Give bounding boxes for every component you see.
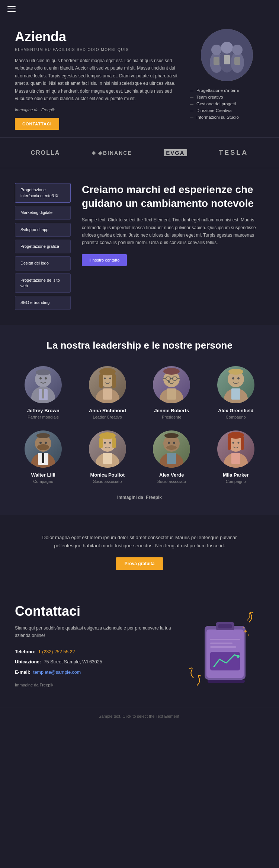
- avatar-alex-v: [153, 430, 190, 468]
- member-role-jennie: Presidente: [162, 415, 182, 419]
- hero-list-item: Gestione dei progetti: [190, 100, 264, 107]
- svg-rect-72: [231, 453, 240, 464]
- service-btn-web[interactable]: Progettazione del sito web: [15, 273, 71, 293]
- hero-list-item: Direzione Creativa: [190, 107, 264, 114]
- member-role-monica: Socio associato: [93, 479, 122, 484]
- leadership-image-credit: Immagini da Freepik: [15, 495, 264, 500]
- member-name-alex-v: Alex Verde: [159, 472, 184, 478]
- svg-rect-82: [208, 680, 245, 683]
- member-role-alex-v: Socio associato: [157, 479, 186, 484]
- svg-rect-77: [210, 639, 240, 640]
- hero-title: Azienda: [15, 29, 179, 45]
- svg-rect-80: [210, 652, 240, 670]
- clipboard-svg: [186, 611, 260, 693]
- email-value: template@sample.com: [33, 670, 81, 675]
- svg-point-71: [237, 442, 239, 443]
- svg-rect-20: [99, 374, 103, 388]
- member-name-alex-g: Alex Greenfield: [218, 408, 253, 413]
- svg-rect-9: [234, 57, 240, 65]
- team-member-alex-g: Alex Greenfield Compagno: [208, 366, 264, 419]
- brand-tesla: TESLA: [219, 149, 248, 157]
- hero-team-image: [201, 29, 253, 81]
- brand-crolla: CROLLA: [31, 150, 60, 156]
- hero-image-credit: Immagine da Freepik: [15, 108, 179, 112]
- phone-label: Telefono:: [15, 649, 35, 654]
- svg-point-39: [232, 377, 234, 379]
- svg-point-84: [243, 627, 244, 628]
- brand-binance: ◈◈BINANCE: [92, 150, 132, 156]
- leadership-title: La nostra leadership e le nostre persone: [15, 340, 264, 351]
- member-name-mila: Mila Parker: [223, 472, 248, 478]
- services-contact-button[interactable]: Il nostro contatto: [82, 254, 127, 266]
- contact-illustration: [182, 603, 264, 693]
- member-role-walter: Compagno: [33, 479, 53, 484]
- svg-rect-69: [241, 437, 244, 450]
- contact-image-credit: Immagine da Freepik: [15, 683, 171, 687]
- hero-section: Azienda ELEMENTUM EU FACILISIS SED ODIO …: [0, 18, 279, 137]
- footer: Sample text. Click to select the Text El…: [0, 708, 279, 724]
- contact-title: Contattaci: [15, 603, 171, 619]
- hero-feature-list: Progettazione d'interni Team creativo Ge…: [190, 87, 264, 121]
- team-member-mila: Mila Parker Compagno: [208, 430, 264, 484]
- services-section: Progettazione interfaccia utente/UX Mark…: [0, 168, 279, 325]
- svg-point-62: [168, 442, 170, 444]
- service-btn-grafica[interactable]: Progettazione grafica: [15, 240, 71, 253]
- svg-point-63: [173, 442, 175, 444]
- address-label: Ubicazione:: [15, 659, 41, 664]
- svg-point-12: [39, 377, 42, 379]
- svg-point-40: [237, 377, 240, 379]
- team-member-monica: Monica Pouliot Socio associato: [79, 430, 136, 484]
- service-btn-marketing[interactable]: Marketing digitale: [15, 206, 71, 220]
- leadership-section: La nostra leadership e le nostre persone: [0, 325, 279, 515]
- member-name-walter: Walter Lilli: [31, 472, 55, 478]
- svg-point-56: [109, 442, 111, 443]
- contact-phone-row: Telefono: 1 (232) 252 55 22: [15, 647, 171, 657]
- hero-list-item: Progettazione d'interni: [190, 87, 264, 94]
- svg-point-81: [237, 655, 240, 658]
- team-grid-row1: Jeffrey Brown Partner mondiale: [15, 366, 264, 419]
- contact-email-row: E-mail: template@sample.com: [15, 667, 171, 678]
- svg-rect-8: [224, 55, 230, 64]
- team-member-anna: Anna Richmond Leader Creativo: [79, 366, 136, 419]
- cta-text: Dolor magna eget est lorem ipsum dolor s…: [37, 534, 242, 550]
- service-btn-logo[interactable]: Design del logo: [15, 256, 71, 270]
- svg-rect-21: [112, 374, 116, 388]
- svg-point-61: [164, 433, 179, 438]
- service-btn-seo[interactable]: SEO e branding: [15, 296, 71, 310]
- svg-rect-53: [99, 437, 103, 448]
- contact-details: Telefono: 1 (232) 252 55 22 Ubicazione: …: [15, 647, 171, 678]
- svg-point-4: [221, 42, 233, 54]
- svg-point-60: [166, 445, 177, 450]
- cta-button[interactable]: Prova gratuita: [116, 557, 164, 570]
- service-btn-app[interactable]: Sviluppo di app: [15, 223, 71, 237]
- avatar-monica: [89, 430, 126, 468]
- team-grid-row2: Walter Lilli Compagno Monica Po: [15, 430, 264, 484]
- svg-rect-7: [214, 57, 219, 65]
- member-name-jeffrey: Jeffrey Brown: [27, 408, 60, 413]
- phone-value: 1 (232) 252 55 22: [38, 649, 75, 654]
- hero-content: Azienda ELEMENTUM EU FACILISIS SED ODIO …: [15, 29, 179, 130]
- svg-point-32: [163, 368, 180, 375]
- member-name-jennie: Jennie Roberts: [154, 408, 189, 413]
- team-member-jeffrey: Jeffrey Brown Partner mondiale: [15, 366, 72, 419]
- hero-contact-button[interactable]: CONTATTACI: [15, 118, 59, 130]
- hero-body: Massa ultricies mi quis hendrerit dolor …: [15, 57, 179, 102]
- service-btn-ux[interactable]: Progettazione interfaccia utente/UX: [15, 183, 71, 203]
- svg-point-13: [45, 377, 47, 379]
- avatar-jeffrey: [25, 366, 62, 403]
- member-role-mila: Compagno: [226, 479, 246, 484]
- svg-point-70: [232, 442, 234, 443]
- svg-rect-24: [103, 388, 112, 400]
- avatar-alex-g: [217, 366, 254, 403]
- hero-subtitle: ELEMENTUM EU FACILISIS SED ODIO MORBI QU…: [15, 48, 179, 52]
- svg-rect-76: [218, 624, 232, 628]
- avatar-jennie: [153, 366, 190, 403]
- svg-rect-64: [167, 453, 176, 464]
- hero-right-panel: Progettazione d'interni Team creativo Ge…: [190, 29, 264, 121]
- svg-point-85: [248, 634, 249, 636]
- hero-list-item: Team creativo: [190, 94, 264, 100]
- svg-point-2: [211, 45, 222, 55]
- brands-section: CROLLA ◈◈BINANCE EVGA TESLA: [0, 137, 279, 168]
- menu-button[interactable]: [7, 6, 16, 12]
- svg-point-14: [36, 369, 51, 375]
